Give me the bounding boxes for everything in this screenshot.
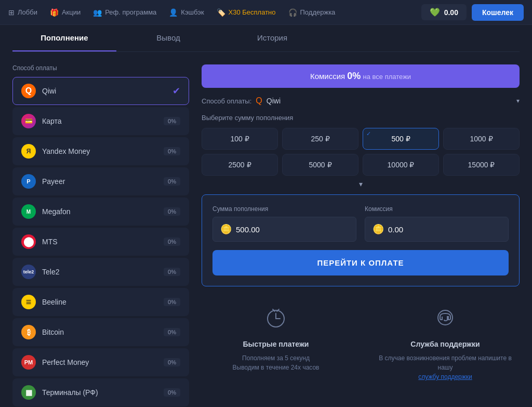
amount-btn-1000[interactable]: 1000 ₽	[443, 128, 520, 150]
form-inputs-row: Сумма пополнения 🪙 500.00 Комиссия 🪙 0.0…	[212, 205, 509, 242]
deposit-coin-icon: 🪙	[220, 224, 232, 235]
beeline-icon: ≡	[21, 295, 36, 309]
payment-item-payeer[interactable]: P Payeer 0%	[12, 167, 189, 195]
info-row: Быстрые платежи Пополняем за 5 секунд Вы…	[202, 297, 520, 382]
payment-item-terminal[interactable]: ▦ Терминалы (РФ) 0%	[12, 378, 189, 406]
nav-referral[interactable]: 👥 Реф. программа	[93, 8, 156, 17]
headset-icon: 🎧	[288, 8, 297, 17]
commission-coin-icon: 🪙	[373, 224, 384, 235]
support-title: Служба поддержки	[410, 340, 480, 348]
users-icon: 👥	[93, 8, 102, 17]
payment-form: Сумма пополнения 🪙 500.00 Комиссия 🪙 0.0…	[202, 194, 520, 286]
amount-btn-2500[interactable]: 2500 ₽	[202, 154, 278, 176]
tab-bar: Пополнение Вывод История	[12, 25, 520, 52]
amount-btn-250[interactable]: 250 ₽	[282, 128, 358, 150]
tele2-icon: tele2	[21, 265, 36, 279]
fast-payments-title: Быстрые платежи	[243, 340, 309, 348]
pay-button[interactable]: ПЕРЕЙТИ К ОПЛАТЕ	[212, 250, 509, 275]
content-area: Способ оплаты Q Qiwi ✔ 💳 Карта 0%	[12, 64, 520, 407]
gift-icon: 🎁	[50, 8, 59, 17]
payment-item-megafon[interactable]: M Megafon 0%	[12, 198, 189, 226]
nav-right: 💚 0.00 Кошелек	[421, 4, 524, 21]
payment-item-pm[interactable]: PM Perfect Money 0%	[12, 348, 189, 376]
topnav: ⊞ Лобби 🎁 Акции 👥 Реф. программа 👤 Кэшбэ…	[0, 0, 532, 25]
payment-section-label: Способ оплаты	[12, 64, 189, 72]
pm-icon: PM	[21, 355, 36, 370]
grid-icon: ⊞	[8, 8, 15, 17]
terminal-icon: ▦	[21, 385, 36, 400]
payment-item-mts[interactable]: ⬤ MTS 0%	[12, 228, 189, 256]
megafon-icon: M	[21, 204, 36, 219]
fast-payments-sub: Пополняем за 5 секунд Выводим в течение …	[233, 353, 320, 372]
payment-item-qiwi[interactable]: Q Qiwi ✔	[12, 77, 189, 105]
coin-icon: 💚	[430, 7, 440, 17]
tab-deposit[interactable]: Пополнение	[12, 25, 116, 51]
qiwi-small-icon: Q	[256, 96, 262, 106]
deposit-field: Сумма пополнения 🪙 500.00	[212, 205, 356, 242]
deposit-input[interactable]: 🪙 500.00	[212, 217, 356, 242]
payment-item-beeline[interactable]: ≡ Beeline 0%	[12, 288, 189, 316]
clock-icon	[263, 305, 288, 335]
payment-item-yandex[interactable]: Я Yandex Money 0%	[12, 137, 189, 165]
amount-btn-10000[interactable]: 10000 ₽	[363, 154, 439, 176]
left-panel: Способ оплаты Q Qiwi ✔ 💳 Карта 0%	[12, 64, 189, 407]
selected-checkmark: ✔	[172, 85, 180, 97]
support-icon	[433, 305, 458, 335]
amounts-chevron[interactable]: ▾	[202, 180, 520, 188]
payment-item-tele2[interactable]: tele2 Tele2 0%	[12, 258, 189, 286]
amount-grid-row1: 100 ₽ 250 ₽ 500 ₽ 1000 ₽	[202, 128, 520, 150]
payment-item-card[interactable]: 💳 Карта 0%	[12, 107, 189, 135]
card-icon: 💳	[21, 114, 36, 128]
method-chevron-icon[interactable]: ▾	[516, 97, 520, 104]
nav-promotions[interactable]: 🎁 Акции	[50, 8, 81, 17]
payeer-icon: P	[21, 174, 36, 189]
amount-section-label: Выберите сумму пополнения	[202, 114, 520, 122]
support-link[interactable]: службу поддержки	[418, 373, 472, 380]
deposit-label: Сумма пополнения	[212, 205, 356, 213]
commission-field: Комиссия 🪙 0.00	[365, 205, 509, 242]
info-support: Служба поддержки В случае возникновения …	[371, 305, 520, 382]
nav-lobby[interactable]: ⊞ Лобби	[8, 8, 37, 17]
nav-cashback[interactable]: 👤 Кэшбэк	[169, 8, 204, 17]
tag-icon: 🏷️	[217, 8, 225, 17]
bitcoin-icon: ₿	[21, 325, 36, 339]
commission-label: Комиссия	[365, 205, 509, 213]
nav-support[interactable]: 🎧 Поддержка	[288, 8, 336, 17]
amount-btn-5000[interactable]: 5000 ₽	[282, 154, 358, 176]
payment-item-bitcoin[interactable]: ₿ Bitcoin 0%	[12, 318, 189, 346]
main-container: Пополнение Вывод История Способ оплаты Q…	[0, 25, 532, 407]
tab-withdraw[interactable]: Вывод	[116, 25, 220, 51]
balance-display: 💚 0.00	[421, 4, 467, 20]
qiwi-icon: Q	[21, 84, 36, 98]
right-panel: Комиссия 0% на все платежи Способ оплаты…	[202, 64, 520, 407]
promo-banner: Комиссия 0% на все платежи	[202, 64, 520, 88]
person-icon: 👤	[169, 8, 178, 17]
support-sub: В случае возникновения проблем напишите …	[371, 353, 520, 382]
nav-bonus[interactable]: 🏷️ X30 Бесплатно	[217, 8, 276, 17]
selected-method-row: Способ оплаты: Q Qiwi ▾	[202, 96, 520, 106]
commission-input: 🪙 0.00	[365, 217, 509, 242]
mts-icon: ⬤	[21, 234, 36, 249]
amount-btn-500[interactable]: 500 ₽	[363, 128, 439, 150]
tab-history[interactable]: История	[220, 25, 324, 51]
amount-grid-row2: 2500 ₽ 5000 ₽ 10000 ₽ 15000 ₽	[202, 154, 520, 176]
yandex-icon: Я	[21, 144, 36, 159]
info-fast-payments: Быстрые платежи Пополняем за 5 секунд Вы…	[202, 305, 350, 382]
amount-btn-100[interactable]: 100 ₽	[202, 128, 278, 150]
amount-btn-15000[interactable]: 15000 ₽	[443, 154, 520, 176]
wallet-button[interactable]: Кошелек	[472, 4, 524, 21]
